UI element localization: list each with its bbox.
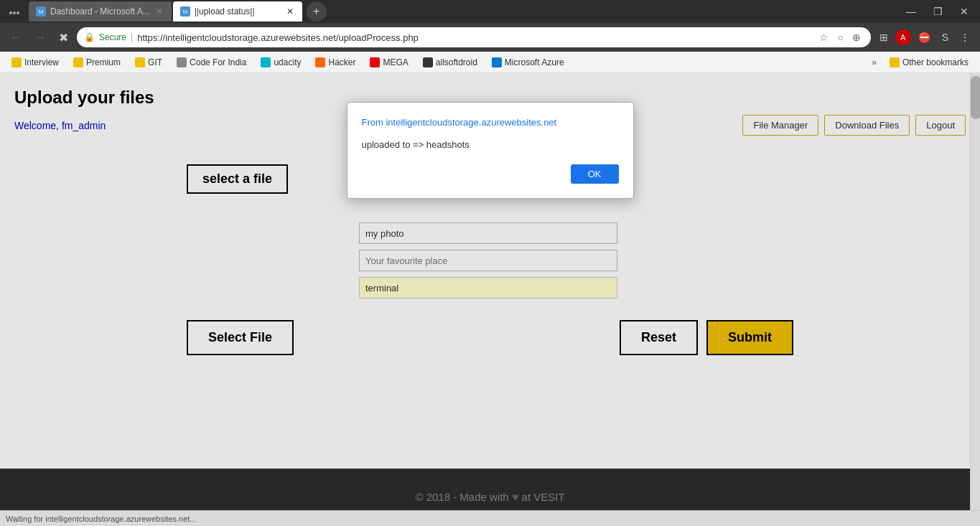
address-bar-row: ← → ✖ 🔒 Secure | https://intelligentclou… <box>0 23 980 52</box>
lock-icon: 🔒 <box>84 32 95 42</box>
title-bar: M Dashboard - Microsoft A... ✕ M ||uploa… <box>0 0 980 23</box>
bookmark-favicon-git <box>135 57 145 67</box>
bookmark-favicon-hacker <box>315 57 325 67</box>
tab-close-1[interactable]: ✕ <box>154 5 164 18</box>
tabs-area: M Dashboard - Microsoft A... ✕ M ||uploa… <box>6 1 900 22</box>
bookmark-label-mega: MEGA <box>383 57 408 67</box>
profile-icon[interactable]: ⊕ <box>849 30 864 44</box>
modal-header: From intelligentcloudstorage.azurewebsit… <box>362 117 619 128</box>
bookmark-azure[interactable]: Microsoft Azure <box>486 56 570 69</box>
modal-overlay: From intelligentcloudstorage.azurewebsit… <box>0 73 980 526</box>
maximize-button[interactable]: ❐ <box>928 3 948 20</box>
bookmark-label-other: Other bookmarks <box>902 57 969 67</box>
bookmark-udacity[interactable]: udacity <box>255 56 307 69</box>
tab-dashboard[interactable]: M Dashboard - Microsoft A... ✕ <box>29 1 172 22</box>
bookmark-codeforindia[interactable]: Code For India <box>171 56 252 69</box>
menu-dots-icon[interactable]: ⋮ <box>956 29 974 45</box>
bookmark-favicon-udacity <box>261 57 271 67</box>
bookmark-favicon-cfi <box>177 57 187 67</box>
page-content: Upload your files Welcome, fm_admin File… <box>0 73 980 526</box>
bookmark-favicon-premium <box>73 57 83 67</box>
bookmark-favicon-other <box>890 57 900 67</box>
bookmark-premium[interactable]: Premium <box>67 56 126 69</box>
bookmark-favicon-interview <box>11 57 22 67</box>
bookmark-label-azure: Microsoft Azure <box>505 57 564 67</box>
tab-label-2: ||upload status|| <box>195 6 255 17</box>
bookmark-git[interactable]: GIT <box>129 56 168 69</box>
bookmark-label-udacity: udacity <box>274 57 301 67</box>
bookmark-favicon-asd <box>423 57 433 67</box>
extension-s-icon[interactable]: S <box>938 29 953 45</box>
bookmark-star-icon[interactable]: ☆ <box>816 30 831 44</box>
tab-label-1: Dashboard - Microsoft A... <box>50 6 150 17</box>
back-button[interactable]: ← <box>6 28 26 47</box>
new-tab-button[interactable]: + <box>307 1 327 22</box>
bookmarks-bar: Interview Premium GIT Code For India uda… <box>0 52 980 73</box>
close-button[interactable]: ✕ <box>954 3 974 20</box>
more-bookmarks-button[interactable]: » <box>867 56 881 69</box>
bookmark-label-cfi: Code For India <box>190 57 246 67</box>
circle-icon[interactable]: ○ <box>834 30 846 44</box>
bookmark-label-interview: Interview <box>24 57 59 67</box>
extensions-icon[interactable]: ⊞ <box>875 29 892 45</box>
modal-ok-button[interactable]: OK <box>571 164 619 184</box>
tab-close-2[interactable]: ✕ <box>285 5 295 18</box>
address-bar-icons: ☆ ○ ⊕ <box>816 30 863 44</box>
bookmark-label-asd: allsoftdroid <box>436 57 477 67</box>
separator: | <box>131 32 133 42</box>
chrome-menu-icon[interactable] <box>9 7 20 19</box>
bookmark-interview[interactable]: Interview <box>6 56 65 69</box>
svg-point-1 <box>13 11 16 14</box>
modal-dialog: From intelligentcloudstorage.azurewebsit… <box>347 102 634 199</box>
secure-label: Secure <box>99 32 126 42</box>
bookmark-other[interactable]: Other bookmarks <box>884 56 974 69</box>
bookmark-label-git: GIT <box>148 57 162 67</box>
modal-body: uploaded to => headshots <box>362 139 619 150</box>
modal-footer: OK <box>362 164 619 184</box>
tab-upload-status[interactable]: M ||upload status|| ✕ <box>173 1 302 22</box>
bookmark-favicon-mega <box>370 57 380 67</box>
bookmark-hacker[interactable]: Hacker <box>309 56 361 69</box>
bookmark-allsoftdroid[interactable]: allsoftdroid <box>417 56 483 69</box>
svg-point-0 <box>9 11 12 14</box>
minimize-button[interactable]: — <box>900 3 922 20</box>
svg-point-2 <box>17 11 19 14</box>
browser-toolbar-icons: ⊞ A ⛔ S ⋮ <box>875 29 974 45</box>
browser-window: M Dashboard - Microsoft A... ✕ M ||uploa… <box>0 0 980 526</box>
profile-avatar-icon[interactable]: A <box>895 29 911 45</box>
adblock-icon[interactable]: ⛔ <box>914 29 935 45</box>
bookmark-label-hacker: Hacker <box>328 57 355 67</box>
address-bar[interactable]: 🔒 Secure | https://intelligentcloudstora… <box>77 27 871 47</box>
bookmark-label-premium: Premium <box>86 57 121 67</box>
bookmark-mega[interactable]: MEGA <box>364 56 414 69</box>
tab-favicon-1: M <box>36 6 46 17</box>
window-controls: — ❐ ✕ <box>900 3 974 20</box>
reload-button[interactable]: ✖ <box>55 28 73 47</box>
bookmark-favicon-azure <box>492 57 502 67</box>
tab-favicon-2: M <box>180 6 190 17</box>
forward-button[interactable]: → <box>30 28 50 47</box>
url-text: https://intelligentcloudstorage.azureweb… <box>137 32 419 43</box>
